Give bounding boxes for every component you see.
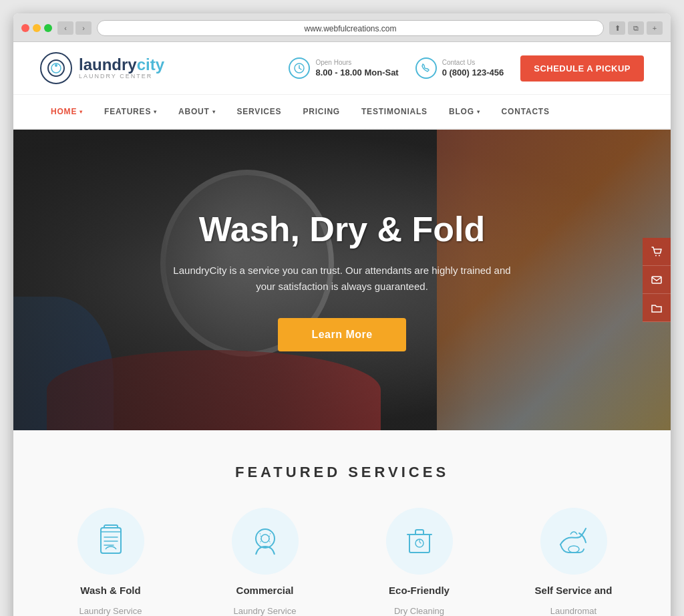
open-hours-label: Open Hours: [315, 59, 398, 66]
minimize-dot[interactable]: [33, 24, 41, 32]
svg-rect-8: [652, 277, 661, 283]
header-info: Open Hours 8.00 - 18.00 Mon-Sat Contact …: [289, 55, 644, 82]
service-wash-fold: Wash & Fold Laundry Service: [40, 508, 181, 616]
page-content: laundrycity LAUNDRY CENTER Ope: [13, 42, 671, 616]
featured-services-section: FEATURED SERVICES Wash & F: [13, 430, 671, 616]
logo-area: laundrycity LAUNDRY CENTER: [40, 52, 164, 84]
svg-point-11: [261, 534, 269, 543]
close-dot[interactable]: [21, 24, 29, 32]
nav-home[interactable]: HOME ▾: [40, 95, 94, 128]
window-controls: [21, 24, 52, 32]
logo-laundry: laundry: [79, 55, 137, 73]
wash-fold-name: Wash & Fold: [80, 585, 140, 596]
phone-icon: [415, 57, 437, 79]
services-grid: Wash & Fold Laundry Service Commercial: [40, 508, 644, 616]
forward-button[interactable]: ›: [75, 21, 92, 35]
learn-more-button[interactable]: Learn More: [278, 318, 405, 351]
nav-services[interactable]: SERVICES: [226, 95, 293, 128]
folder-icon[interactable]: [643, 294, 671, 322]
browser-nav-buttons: ‹ ›: [57, 21, 92, 35]
schedule-pickup-button[interactable]: Schedule a Pickup: [520, 55, 644, 82]
contact-value: 0 (800) 123-456: [442, 67, 504, 78]
wash-fold-sub: Laundry Service: [79, 606, 142, 616]
contact-item: Contact Us 0 (800) 123-456: [415, 57, 504, 79]
cart-icon[interactable]: [643, 238, 671, 266]
service-commercial: Commercial Laundry Service: [194, 508, 335, 616]
commercial-icon-circle: [232, 508, 299, 575]
share-button[interactable]: ⬆: [609, 21, 625, 35]
hero-title: Wash, Dry & Fold: [199, 209, 486, 249]
site-header: laundrycity LAUNDRY CENTER Ope: [13, 42, 671, 95]
self-service-name: Self Service and: [535, 585, 613, 596]
wash-fold-icon-circle: [77, 508, 144, 575]
open-hours-item: Open Hours 8.00 - 18.00 Mon-Sat: [289, 57, 398, 79]
svg-point-10: [256, 529, 275, 548]
nav-features[interactable]: FEATURES ▾: [94, 95, 168, 128]
address-bar[interactable]: www.webfulcreations.com: [97, 20, 604, 36]
add-button[interactable]: +: [647, 21, 663, 35]
maximize-dot[interactable]: [44, 24, 52, 32]
features-arrow-icon: ▾: [154, 109, 157, 115]
featured-services-title: FEATURED SERVICES: [40, 464, 644, 481]
sidebar-icons: [643, 238, 671, 322]
hero-section: Wash, Dry & Fold LaundryCity is a servic…: [13, 130, 671, 430]
eco-friendly-icon-circle: [386, 508, 453, 575]
commercial-name: Commercial: [236, 585, 294, 596]
self-service-icon-circle: [540, 508, 607, 575]
hero-subtitle: LaundryCity is a service you can trust. …: [168, 263, 516, 295]
svg-point-13: [568, 546, 579, 553]
nav-blog[interactable]: BLOG ▾: [438, 95, 491, 128]
clock-icon: [289, 57, 310, 79]
service-eco-friendly: Eco-Friendly Dry Cleaning: [349, 508, 490, 616]
logo-city: city: [137, 55, 164, 73]
eco-friendly-name: Eco-Friendly: [389, 585, 450, 596]
service-self-service: Self Service and Laundromat: [503, 508, 644, 616]
home-arrow-icon: ▾: [79, 109, 83, 115]
nav-pricing[interactable]: PRICING: [292, 95, 351, 128]
logo-subtitle: LAUNDRY CENTER: [79, 73, 164, 80]
email-icon[interactable]: [643, 266, 671, 294]
blog-arrow-icon: ▾: [477, 109, 480, 115]
back-button[interactable]: ‹: [57, 21, 73, 35]
self-service-sub: Laundromat: [550, 606, 596, 616]
hero-content: Wash, Dry & Fold LaundryCity is a servic…: [13, 130, 671, 430]
eco-friendly-sub: Dry Cleaning: [394, 606, 444, 616]
open-hours-value: 8.00 - 18.00 Mon-Sat: [315, 67, 398, 78]
main-navigation: HOME ▾ FEATURES ▾ ABOUT ▾ SERVICES PRICI…: [13, 95, 671, 130]
nav-about[interactable]: ABOUT ▾: [168, 95, 226, 128]
logo-text: laundrycity LAUNDRY CENTER: [79, 57, 164, 80]
svg-point-7: [659, 255, 660, 256]
about-arrow-icon: ▾: [212, 109, 216, 115]
contact-label: Contact Us: [442, 59, 504, 66]
svg-point-2: [55, 64, 57, 67]
browser-action-buttons: ⬆ ⧉ +: [609, 21, 663, 35]
commercial-sub: Laundry Service: [234, 606, 297, 616]
logo-icon: [40, 52, 72, 84]
new-tab-button[interactable]: ⧉: [628, 21, 644, 35]
nav-contacts[interactable]: CONTACTS: [491, 95, 560, 128]
nav-testimonials[interactable]: TESTIMONIALS: [351, 95, 438, 128]
browser-window: ‹ › www.webfulcreations.com ⬆ ⧉ +: [13, 13, 671, 616]
svg-line-5: [299, 68, 301, 69]
svg-point-0: [48, 60, 64, 76]
svg-point-6: [655, 255, 657, 256]
browser-chrome: ‹ › www.webfulcreations.com ⬆ ⧉ +: [13, 13, 671, 42]
